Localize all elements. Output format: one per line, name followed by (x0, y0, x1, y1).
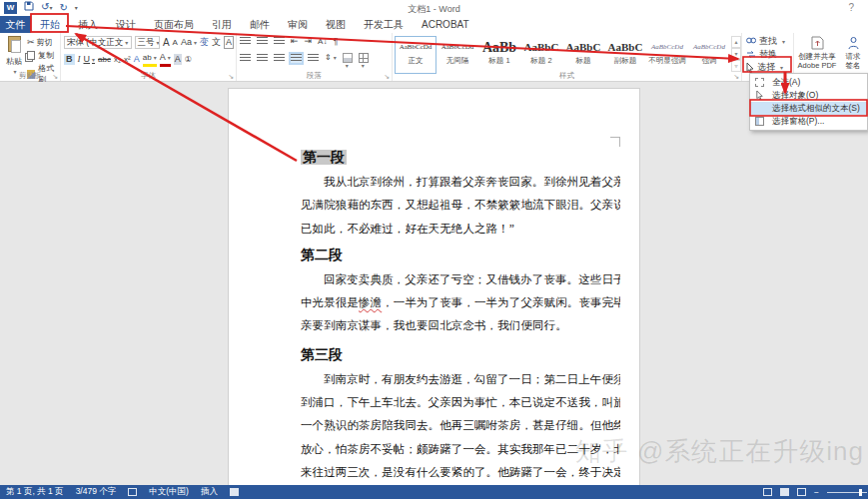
menu-item-select-similar-formatting[interactable]: 选择格式相似的文本(S) (750, 102, 867, 115)
cut-button[interactable]: ✂剪切 (27, 37, 53, 48)
increase-indent-button[interactable]: ⇥ (305, 36, 313, 47)
doc-line[interactable]: 回家变卖典质，父亲还了亏空；又借钱办了丧事。这些日子，家 (301, 268, 620, 291)
superscript-button[interactable]: x² (124, 54, 131, 65)
style-title[interactable]: AaBbC 标题 (562, 36, 604, 74)
strikethrough-button[interactable]: abc (98, 54, 111, 65)
request-signatures-button[interactable]: 请求 签名 (840, 36, 866, 70)
bold-button[interactable]: B (64, 54, 75, 65)
enclose-characters-button[interactable]: ① (185, 54, 192, 65)
menu-item-select-objects[interactable]: 选择对象(O) (750, 89, 867, 102)
selected-text[interactable]: 第一段 (301, 150, 347, 165)
doc-text[interactable]: ，一半为了丧事，一半为了父亲赋闲。丧事完毕，父 (382, 296, 620, 308)
create-share-pdf-button[interactable]: 创建并共享 Adobe PDF (796, 36, 838, 70)
justify-button[interactable] (291, 54, 302, 63)
phonetic-guide-icon[interactable]: 变 (200, 37, 209, 48)
doc-line[interactable]: 中光景很是惨澹，一半为了丧事，一半为了父亲赋闲。丧事完毕，父 (301, 291, 620, 314)
doc-line[interactable]: 亲要到南京谋事，我也要回北京念书，我们便同行。 (301, 314, 620, 337)
proofing-status-icon[interactable] (128, 488, 137, 496)
zoom-out-button[interactable]: − (814, 487, 819, 497)
font-color-button[interactable]: A (160, 52, 171, 67)
word-count[interactable]: 3/479 个字 (76, 486, 117, 498)
zoom-slider-handle[interactable] (859, 489, 862, 496)
bullets-button[interactable] (240, 37, 251, 46)
tab-references[interactable]: 引用 (203, 16, 241, 33)
doc-line[interactable]: 来往过两三次，是没有什么要紧的了。他踌躇了一会，终于决定还是 (301, 461, 620, 484)
doc-line[interactable]: 一个熟识的茶房陪我同去。他再三嘱咐茶房，甚是仔细。但他终于不 (301, 414, 620, 437)
style-no-spacing[interactable]: AaBbCcDd 无间隔 (436, 36, 478, 74)
underline-button[interactable]: U (84, 54, 96, 66)
print-layout-button[interactable] (780, 488, 789, 496)
tab-acrobat[interactable]: ACROBAT (413, 16, 478, 33)
tab-file[interactable]: 文件 (0, 16, 31, 33)
page-indicator[interactable]: 第 1 页, 共 1 页 (6, 486, 64, 498)
tab-insert[interactable]: 插入 (69, 16, 107, 33)
document-page[interactable]: 第一段 我从北京到徐州，打算跟着父亲奔丧回家。到徐州见着父亲，看 见满院狼藉的东… (228, 88, 640, 485)
style-emphasis[interactable]: AaBbCcDd 强调 (688, 36, 730, 74)
character-border-icon[interactable]: A (224, 36, 234, 49)
style-heading1[interactable]: AaBb 标题 1 (478, 36, 520, 74)
misspelled-word[interactable]: 惨澹 (359, 296, 382, 308)
ruby-text-icon[interactable]: 文 (212, 37, 221, 48)
tab-mailings[interactable]: 邮件 (241, 16, 279, 33)
decrease-indent-button[interactable]: ⇤ (291, 36, 299, 47)
tab-page-layout[interactable]: 页面布局 (145, 16, 203, 33)
style-subtle-emphasis[interactable]: AaBbCcDd 不明显强调 (646, 36, 688, 74)
shading-button[interactable] (343, 53, 353, 63)
doc-line[interactable]: 放心，怕茶房不妥帖；颇踌躇了一会。其实我那年已二十岁，北京已 (301, 438, 620, 461)
menu-item-select-all[interactable]: 全选(A) (750, 76, 867, 89)
tab-review[interactable]: 审阅 (279, 16, 317, 33)
style-normal[interactable]: AaBbCcDd 正文 (395, 36, 436, 74)
subscript-button[interactable]: x₂ (114, 54, 121, 65)
font-name-select[interactable]: 宋体 (中文正文 (64, 36, 132, 49)
tab-design[interactable]: 设计 (107, 16, 145, 33)
doc-heading-2[interactable]: 第二段 (301, 243, 620, 268)
doc-heading-1[interactable]: 第一段 (301, 145, 620, 171)
shrink-font-button[interactable]: A (173, 37, 178, 48)
align-left-button[interactable] (240, 54, 251, 63)
show-marks-button[interactable]: ¶ (333, 36, 338, 47)
doc-text[interactable]: 中光景很是 (301, 296, 359, 308)
align-right-button[interactable] (274, 54, 285, 63)
distribute-button[interactable] (308, 54, 319, 63)
zoom-slider[interactable] (827, 492, 867, 493)
tab-home[interactable]: 开始 (31, 16, 69, 33)
paste-button[interactable]: 粘贴 (4, 36, 24, 76)
help-icon[interactable]: ? (848, 2, 854, 13)
italic-button[interactable]: I (78, 54, 81, 65)
highlight-color-button[interactable]: ab (143, 52, 157, 67)
doc-line[interactable]: 已如此，不必难过，好在天无绝人之路！” (301, 218, 620, 241)
align-center-button[interactable] (257, 54, 268, 63)
find-button[interactable]: 查找 (746, 35, 785, 48)
doc-line[interactable]: 到浦口，下午上车北去。父亲因为事忙，本已说定不送我，叫旅馆里 (301, 391, 620, 414)
font-size-select[interactable]: 三号 (135, 36, 160, 49)
style-subtitle[interactable]: AaBbC 副标题 (604, 36, 646, 74)
styles-scroll-up-button[interactable]: ▴ (731, 36, 741, 48)
line-spacing-button[interactable]: ⇕ (325, 52, 337, 64)
style-heading2[interactable]: AaBbC 标题 2 (520, 36, 562, 74)
doc-line[interactable]: 到南京时，有朋友约去游逛，勾留了一日；第二日上午便须渡江 (301, 368, 620, 391)
grow-font-button[interactable]: A (163, 37, 170, 48)
doc-line[interactable]: 我从北京到徐州，打算跟着父亲奔丧回家。到徐州见着父亲，看 (301, 171, 620, 194)
read-mode-button[interactable] (763, 488, 772, 496)
borders-button[interactable] (359, 53, 369, 63)
insert-mode-indicator[interactable]: 插入 (201, 486, 218, 498)
paragraph-dialog-launcher[interactable]: ↘ (384, 73, 390, 81)
web-layout-button[interactable] (797, 488, 806, 496)
text-effects-button[interactable]: A (134, 54, 140, 65)
styles-scroll-down-button[interactable]: ▾ (731, 48, 741, 60)
styles-dialog-launcher[interactable]: ↘ (733, 73, 739, 81)
multilevel-list-button[interactable] (274, 37, 285, 46)
macro-record-icon[interactable] (230, 488, 239, 496)
tab-view[interactable]: 视图 (317, 16, 355, 33)
copy-button[interactable]: 复制 (27, 50, 54, 61)
tab-developer[interactable]: 开发工具 (355, 16, 413, 33)
doc-line[interactable]: 见满院狼藉的东西，又想起祖母，不禁簌簌地流下眼泪。父亲说：“事 (301, 194, 620, 217)
language-indicator[interactable]: 中文(中国) (149, 486, 189, 498)
font-dialog-launcher[interactable]: ↘ (228, 73, 234, 81)
clipboard-dialog-launcher[interactable]: ↘ (52, 73, 58, 81)
replace-button[interactable]: 替换 (746, 48, 777, 61)
change-case-button[interactable]: Aa (181, 37, 197, 49)
character-shading-button[interactable]: A (174, 54, 182, 65)
doc-heading-3[interactable]: 第三段 (301, 342, 620, 368)
sort-button[interactable]: A↓ (318, 36, 327, 47)
